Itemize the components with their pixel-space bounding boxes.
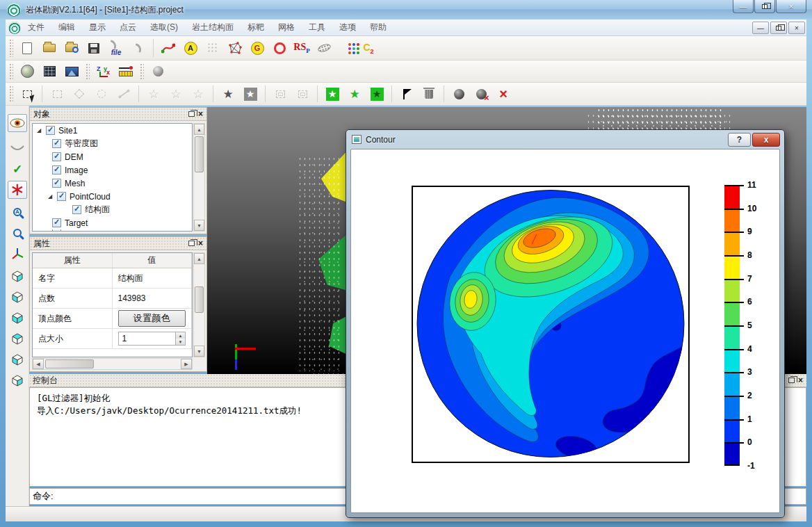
cancel-button[interactable]: × [493, 84, 514, 104]
star-select-2-button[interactable]: ☆ [165, 84, 186, 104]
dialog-titlebar[interactable]: Contour [346, 130, 784, 149]
scrollbar-thumb[interactable] [195, 136, 204, 172]
tree-item-site1[interactable]: ◢ ✓ Site1 [33, 124, 192, 137]
circle-fit-button[interactable] [269, 38, 290, 58]
sparse-points-button[interactable] [202, 38, 223, 58]
tree-item-density-map[interactable]: ✓ 等密度图 [33, 137, 192, 150]
visibility-button[interactable] [8, 114, 27, 132]
sphere-delete-button[interactable]: × [471, 84, 492, 104]
axes-button[interactable]: Zyx [93, 62, 114, 81]
scroll-down-icon[interactable]: ▼ [194, 220, 204, 231]
rect-select-button[interactable] [47, 84, 67, 104]
menu-edit[interactable]: 编辑 [51, 19, 82, 35]
menu-options[interactable]: 选项 [332, 19, 363, 35]
menu-display[interactable]: 显示 [82, 19, 113, 35]
set-color-button[interactable]: 设置颜色 [118, 310, 186, 327]
tree-item-dem[interactable]: ✓ DEM [33, 150, 192, 163]
delete-selection-button[interactable] [419, 84, 439, 104]
menu-file[interactable]: 文件 [21, 19, 51, 35]
tree-item-pointcloud[interactable]: ◢ ✓ PointCloud [33, 190, 192, 203]
menu-target[interactable]: 标靶 [241, 19, 271, 35]
spin-down-icon[interactable]: ▼ [176, 339, 185, 345]
view-right-button[interactable] [8, 267, 27, 285]
table-view-button[interactable] [39, 62, 60, 81]
expander-icon[interactable]: ◢ [37, 127, 42, 133]
menu-select[interactable]: 选取(S) [143, 19, 185, 35]
expander-icon[interactable]: ◢ [48, 193, 54, 200]
rsp-button[interactable]: RSP [291, 38, 312, 58]
star-dark-button[interactable]: ★ [218, 84, 238, 104]
toolbar-grip[interactable] [9, 86, 13, 102]
mdi-restore-button[interactable] [770, 22, 787, 34]
checkbox[interactable]: ✓ [57, 192, 66, 201]
scroll-right-icon[interactable]: ▶ [181, 359, 192, 369]
point-marker-button[interactable]: ∗ [8, 181, 27, 199]
mesh-generate-button[interactable] [225, 38, 245, 58]
scroll-left-icon[interactable]: ◀ [33, 359, 44, 369]
property-value[interactable]: 143983 [113, 289, 193, 308]
analysis-a-button[interactable]: A [180, 38, 201, 58]
scroll-down-icon[interactable]: ▼ [194, 346, 204, 357]
checkbox[interactable]: ✓ [72, 205, 81, 214]
toolbar-grip[interactable] [140, 63, 144, 79]
scroll-up-icon[interactable]: ▲ [194, 124, 204, 135]
box-select-1-button[interactable] [270, 84, 291, 104]
star-select-3-button[interactable]: ☆ [188, 84, 209, 104]
close-panel-icon[interactable]: × [198, 239, 203, 248]
maximize-button[interactable] [754, 0, 775, 13]
view-left-button[interactable] [8, 288, 27, 306]
tree-item-discontinuity[interactable]: ✓ 结构面 [33, 203, 192, 216]
tree-item-target[interactable]: ✓ Target [33, 216, 192, 229]
toolbar-grip[interactable] [9, 39, 13, 57]
zoom-button[interactable] [8, 224, 27, 242]
export-button[interactable] [128, 38, 149, 58]
sphere-tool-button[interactable] [448, 84, 469, 104]
property-value[interactable]: 结构面 [113, 268, 193, 288]
globe-view-button[interactable] [17, 62, 38, 81]
star-box-green2-button[interactable]: ★ [366, 84, 387, 104]
checkbox[interactable]: ✓ [52, 179, 61, 188]
checkbox[interactable] [52, 229, 61, 232]
new-file-button[interactable] [17, 38, 38, 58]
close-panel-icon[interactable]: × [798, 376, 803, 384]
menu-mesh[interactable]: 网格 [271, 19, 302, 35]
plane-fit-button[interactable] [314, 38, 334, 58]
zoom-all-button[interactable]: A [8, 203, 27, 221]
open-project-button[interactable] [39, 38, 60, 58]
star-box-button[interactable]: ★ [240, 84, 261, 104]
view-bottom-button[interactable] [8, 371, 27, 389]
select-arrow-button[interactable] [17, 84, 38, 104]
lasso-select-button[interactable] [91, 84, 112, 104]
measure-button[interactable] [115, 62, 136, 81]
axes-3d-button[interactable] [8, 245, 27, 263]
scrollbar-thumb[interactable] [195, 286, 204, 313]
properties-scrollbar[interactable]: ▲ ▼ [193, 252, 205, 357]
checkbox[interactable]: ✓ [52, 139, 61, 148]
flag-button[interactable] [396, 84, 417, 104]
line-select-button[interactable] [113, 84, 134, 104]
menu-discontinuity[interactable]: 岩土结构面 [185, 19, 241, 35]
star-green-button[interactable]: ★ [344, 84, 365, 104]
close-panel-icon[interactable]: × [198, 110, 203, 118]
dialog-close-button[interactable]: x [752, 133, 780, 147]
mdi-close-button[interactable]: × [788, 22, 805, 34]
analysis-g-button[interactable]: G [247, 38, 268, 58]
toolbar-grip[interactable] [9, 63, 13, 79]
float-panel-icon[interactable] [188, 241, 195, 246]
menu-help[interactable]: 帮助 [363, 19, 393, 35]
tree-scrollbar[interactable]: ▲ ▼ [193, 123, 205, 232]
scroll-up-icon[interactable]: ▲ [194, 253, 204, 264]
menu-tools[interactable]: 工具 [302, 19, 332, 35]
float-panel-icon[interactable] [188, 111, 195, 117]
sphere-view-button[interactable] [147, 62, 168, 81]
c2-button[interactable]: C2 [358, 38, 379, 58]
polygon-select-button[interactable] [69, 84, 90, 104]
checkbox[interactable]: ✓ [46, 126, 55, 135]
find-file-button[interactable] [61, 38, 82, 58]
close-button[interactable]: × [776, 0, 806, 13]
scrollbar-thumb[interactable] [45, 359, 94, 368]
curve-fit-button[interactable] [158, 38, 179, 58]
view-back-button[interactable] [8, 350, 27, 368]
tree-item-image[interactable]: ✓ Image [33, 163, 192, 177]
minimize-button[interactable]: — [733, 0, 754, 13]
